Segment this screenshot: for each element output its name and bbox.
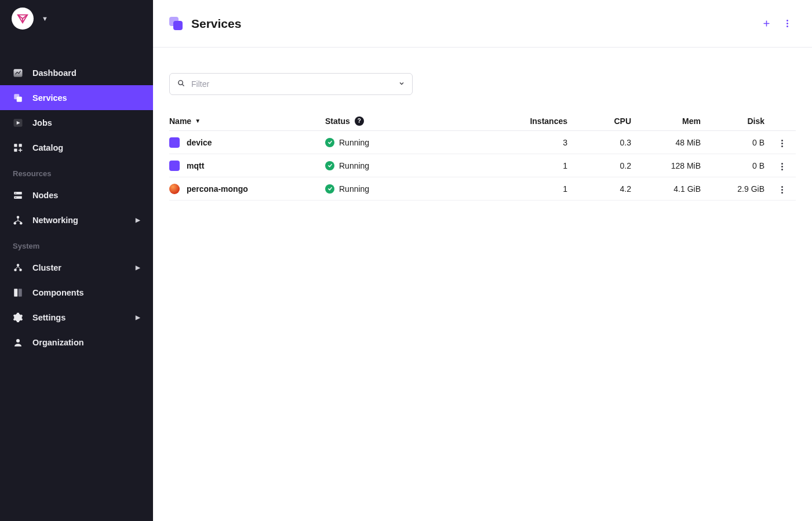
row-menu-button[interactable] [775, 137, 789, 151]
svg-point-19 [17, 264, 20, 267]
svg-rect-12 [14, 192, 22, 195]
header-menu-button[interactable] [778, 15, 796, 32]
svg-point-15 [16, 197, 17, 198]
gear-icon [13, 312, 23, 323]
svg-point-20 [14, 268, 17, 271]
status-running-icon [325, 161, 334, 170]
service-name-cell[interactable]: device [169, 137, 322, 148]
cell-instances: 1 [484, 161, 571, 170]
services-icon [13, 93, 23, 103]
status-label: Running [339, 184, 369, 194]
column-header-name[interactable]: Name ▼ [169, 116, 322, 126]
row-actions-cell [768, 180, 796, 197]
table-header: Name ▼ Status ? Instances CPU Mem Disk [169, 111, 796, 131]
sidebar-item-label: Nodes [32, 191, 58, 200]
cell-disk: 2.9 GiB [704, 184, 768, 194]
svg-rect-13 [14, 196, 22, 199]
status-label: Running [339, 138, 369, 147]
filter-box[interactable] [169, 73, 413, 95]
svg-rect-24 [14, 289, 17, 297]
cell-cpu: 4.2 [571, 184, 635, 194]
sidebar-item-label: Networking [32, 216, 78, 225]
page-title: Services [191, 17, 241, 31]
main-content: Services Name ▼ [153, 0, 812, 521]
page-header: Services [153, 0, 812, 48]
svg-point-26 [16, 339, 20, 343]
cell-cpu: 0.3 [571, 138, 635, 147]
column-header-cpu[interactable]: CPU [571, 116, 635, 126]
service-name-label: device [187, 138, 212, 147]
column-header-status-label: Status [325, 116, 350, 126]
table-row: percona-mongoRunning14.24.1 GiB2.9 GiB [169, 177, 796, 201]
page-body: Name ▼ Status ? Instances CPU Mem Disk d… [153, 48, 812, 226]
row-actions-cell [768, 157, 796, 174]
add-service-button[interactable] [758, 15, 775, 32]
servers-icon [13, 190, 23, 201]
column-header-disk[interactable]: Disk [704, 116, 768, 126]
cell-cpu: 0.2 [571, 161, 635, 170]
sidebar-item-label: Cluster [32, 263, 61, 272]
sidebar-item-networking[interactable]: Networking▶ [0, 207, 153, 232]
service-status-cell: Running [322, 161, 484, 170]
sidebar-item-catalog[interactable]: Catalog [0, 135, 153, 160]
svg-point-14 [16, 192, 17, 194]
filter-dropdown-toggle[interactable] [398, 79, 405, 89]
service-name-label: mqtt [187, 161, 204, 170]
row-menu-button[interactable] [775, 160, 789, 174]
service-status-cell: Running [322, 184, 484, 194]
sidebar-nav: DashboardServicesJobsCatalog ResourcesNo… [0, 37, 153, 355]
cell-disk: 0 B [704, 161, 768, 170]
service-name-cell[interactable]: mqtt [169, 161, 322, 171]
services-table: Name ▼ Status ? Instances CPU Mem Disk d… [169, 111, 796, 201]
column-header-name-label: Name [169, 116, 191, 126]
status-help-icon[interactable]: ? [355, 116, 364, 126]
service-icon [169, 161, 180, 171]
cell-instances: 3 [484, 138, 571, 147]
filter-input[interactable] [191, 79, 392, 89]
service-status-cell: Running [322, 138, 484, 147]
row-menu-button[interactable] [775, 183, 789, 197]
svg-point-18 [20, 222, 23, 225]
svg-rect-7 [14, 144, 17, 147]
row-actions-cell [768, 134, 796, 151]
svg-point-29 [179, 81, 183, 85]
sidebar-item-organization[interactable]: Organization [0, 330, 153, 355]
sidebar-item-dashboard[interactable]: Dashboard [0, 60, 153, 85]
sidebar-header: ▼ [0, 0, 153, 37]
sidebar-item-settings[interactable]: Settings▶ [0, 305, 153, 330]
sidebar-item-label: Jobs [32, 118, 52, 127]
svg-rect-25 [19, 289, 22, 297]
column-header-status[interactable]: Status ? [322, 116, 484, 126]
sidebar-item-services[interactable]: Services [0, 85, 153, 110]
cell-mem: 48 MiB [635, 138, 704, 147]
project-switcher[interactable]: ▼ [42, 15, 48, 22]
table-row: mqttRunning10.2128 MiB0 B [169, 154, 796, 177]
sidebar: ▼ DashboardServicesJobsCatalog Resources… [0, 0, 153, 521]
svg-rect-8 [19, 144, 22, 147]
status-running-icon [325, 184, 334, 194]
svg-line-30 [182, 84, 184, 86]
column-header-mem[interactable]: Mem [635, 116, 704, 126]
grid-add-icon [13, 143, 23, 153]
sidebar-section-label: System [0, 232, 153, 255]
service-name-label: percona-mongo [187, 184, 248, 194]
components-icon [13, 287, 23, 298]
sidebar-item-cluster[interactable]: Cluster▶ [0, 255, 153, 280]
sidebar-item-label: Organization [32, 338, 84, 347]
sidebar-item-nodes[interactable]: Nodes [0, 183, 153, 207]
play-icon [13, 118, 23, 128]
chevron-right-icon: ▶ [136, 264, 140, 271]
app-logo[interactable] [12, 8, 34, 30]
svg-rect-9 [14, 148, 17, 151]
svg-point-16 [17, 216, 20, 218]
sidebar-item-jobs[interactable]: Jobs [0, 110, 153, 135]
svg-point-17 [14, 222, 17, 225]
sidebar-item-label: Settings [32, 313, 65, 322]
column-header-instances[interactable]: Instances [484, 116, 571, 126]
service-name-cell[interactable]: percona-mongo [169, 184, 322, 194]
cell-mem: 128 MiB [635, 161, 704, 170]
cell-mem: 4.1 GiB [635, 184, 704, 194]
sidebar-item-components[interactable]: Components [0, 280, 153, 305]
table-row: deviceRunning30.348 MiB0 B [169, 131, 796, 154]
chevron-right-icon: ▶ [136, 314, 140, 320]
